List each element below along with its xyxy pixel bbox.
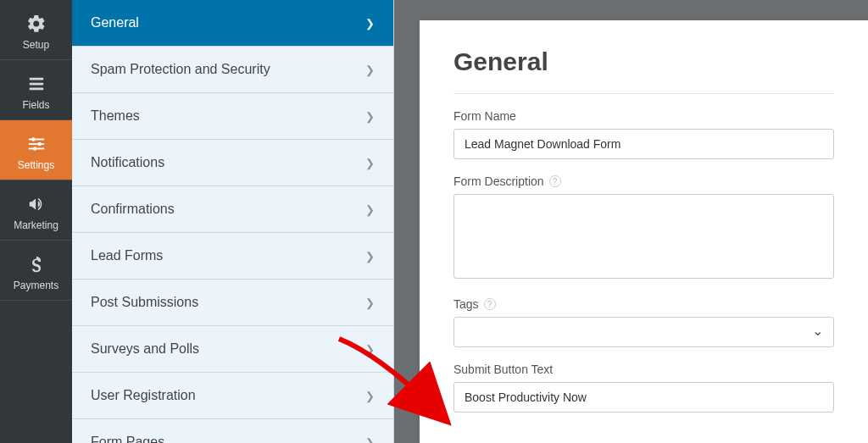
chevron-right-icon: ❯ (365, 157, 375, 169)
form-desc-label-text: Form Description (453, 174, 544, 188)
submenu-label: Form Pages (91, 435, 164, 443)
settings-submenu: General ❯ Spam Protection and Security ❯… (72, 0, 394, 443)
svg-rect-3 (28, 139, 43, 141)
dollar-icon (25, 253, 47, 275)
nav-marketing[interactable]: Marketing (0, 180, 72, 241)
submenu-label: General (91, 15, 139, 30)
svg-rect-1 (29, 83, 43, 86)
svg-rect-2 (29, 88, 43, 91)
svg-rect-0 (29, 78, 43, 80)
submit-text-input[interactable] (453, 382, 834, 413)
nav-payments[interactable]: Payments (0, 241, 72, 301)
submenu-label: Post Submissions (91, 295, 198, 310)
submenu-notifications[interactable]: Notifications ❯ (72, 140, 393, 186)
gear-icon (25, 13, 47, 35)
chevron-right-icon: ❯ (365, 436, 375, 444)
submenu-label: Themes (91, 108, 140, 124)
primary-nav: Setup Fields Settings Marketing Payments (0, 0, 72, 443)
submenu-label: Notifications (91, 155, 164, 170)
chevron-right-icon: ❯ (365, 250, 375, 263)
chevron-right-icon: ❯ (365, 203, 375, 216)
settings-panel: General Form Name Form Description ? Tag… (420, 20, 868, 443)
help-icon[interactable]: ? (549, 175, 561, 187)
submenu-label: Surveys and Polls (91, 341, 199, 357)
submenu-surveys-polls[interactable]: Surveys and Polls ❯ (72, 326, 393, 373)
nav-marketing-label: Marketing (14, 219, 58, 231)
chevron-right-icon: ❯ (365, 17, 375, 30)
panel-heading: General (453, 47, 834, 94)
svg-point-6 (37, 142, 41, 146)
submenu-label: User Registration (91, 388, 196, 403)
tags-label: Tags ? (453, 297, 834, 311)
chevron-right-icon: ❯ (365, 343, 375, 356)
submenu-spam[interactable]: Spam Protection and Security ❯ (72, 47, 393, 93)
submenu-post-submissions[interactable]: Post Submissions ❯ (72, 280, 393, 326)
submenu-lead-forms[interactable]: Lead Forms ❯ (72, 233, 393, 280)
megaphone-icon (25, 193, 47, 215)
help-icon[interactable]: ? (484, 298, 496, 310)
nav-settings[interactable]: Settings (0, 120, 72, 180)
chevron-right-icon: ❯ (365, 64, 375, 76)
submenu-user-registration[interactable]: User Registration ❯ (72, 373, 393, 419)
nav-fields[interactable]: Fields (0, 60, 72, 120)
nav-fields-label: Fields (22, 99, 49, 111)
submenu-general[interactable]: General ❯ (72, 0, 393, 47)
workspace: General Form Name Form Description ? Tag… (394, 0, 868, 443)
nav-setup-label: Setup (23, 39, 49, 51)
submenu-label: Spam Protection and Security (91, 62, 270, 77)
svg-point-4 (31, 137, 35, 141)
form-desc-textarea[interactable] (453, 194, 834, 279)
tags-select[interactable] (453, 317, 834, 347)
submenu-form-pages[interactable]: Form Pages ❯ (72, 419, 393, 443)
nav-payments-label: Payments (14, 280, 58, 291)
form-desc-label: Form Description ? (453, 174, 834, 188)
submenu-confirmations[interactable]: Confirmations ❯ (72, 186, 393, 233)
nav-settings-label: Settings (18, 159, 54, 171)
sliders-icon (25, 133, 47, 155)
tags-label-text: Tags (453, 297, 479, 311)
submenu-label: Lead Forms (91, 248, 163, 263)
form-name-input[interactable] (453, 129, 834, 159)
svg-rect-5 (28, 143, 43, 145)
chevron-right-icon: ❯ (365, 296, 375, 309)
form-name-label: Form Name (453, 109, 834, 123)
chevron-right-icon: ❯ (365, 110, 375, 123)
svg-point-8 (32, 147, 36, 150)
nav-setup[interactable]: Setup (0, 0, 72, 60)
chevron-right-icon: ❯ (365, 390, 375, 402)
submit-text-label: Submit Button Text (453, 363, 834, 376)
list-icon (25, 73, 47, 95)
submenu-label: Confirmations (91, 202, 175, 217)
submenu-themes[interactable]: Themes ❯ (72, 93, 393, 140)
